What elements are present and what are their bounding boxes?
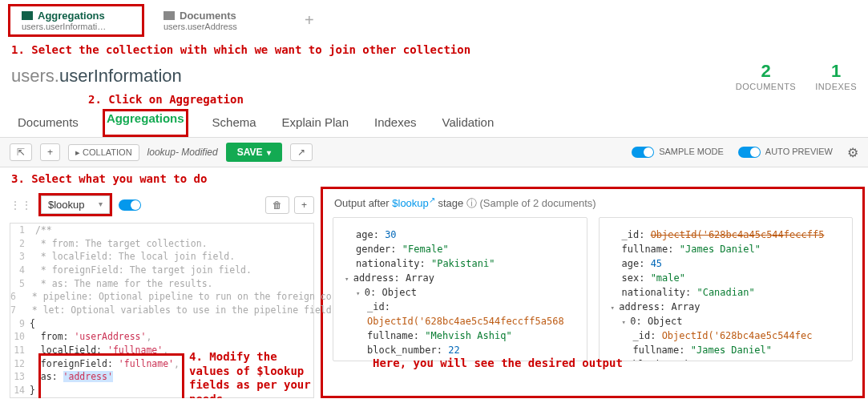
auto-preview-toggle[interactable]: AUTO PREVIEW — [738, 147, 833, 158]
annotation-5: 4. Modify the values of $lookup fields a… — [189, 350, 317, 398]
add-stage-button[interactable]: + — [294, 196, 314, 214]
new-pipeline-button[interactable]: + — [40, 143, 60, 161]
documents-label: DOCUMENTS — [736, 82, 796, 91]
tab-validation[interactable]: Validation — [441, 109, 496, 137]
view-tabs: Documents Aggregations Schema Explain Pl… — [0, 109, 868, 138]
collation-button[interactable]: ▸ COLLATION — [68, 144, 139, 161]
delete-stage-button[interactable]: 🗑 — [265, 196, 289, 214]
output-document-1[interactable]: age: 30 gender: "Female" nationality: "P… — [333, 217, 587, 361]
stage-operator-select[interactable]: $lookup — [41, 195, 110, 214]
file-tab-title: Aggregations — [38, 10, 105, 22]
file-tab-aggregations[interactable]: Aggregations users.userInformati… — [8, 4, 144, 37]
annotation-1: 1. Select the collection with which we w… — [0, 40, 868, 59]
output-document-2[interactable]: _id: ObjectId('628bc4a45c544feccff5 full… — [599, 217, 854, 361]
lookup-docs-link[interactable]: $lookup↗ — [392, 197, 435, 209]
save-button[interactable]: SAVE — [226, 143, 283, 162]
tab-aggregations[interactable]: Aggregations — [105, 105, 186, 133]
folder-icon — [164, 11, 175, 20]
external-link-icon: ↗ — [429, 195, 435, 204]
output-header: Output after $lookup↗ stage ⓘ (Sample of… — [333, 192, 853, 217]
file-tab-subtitle: users.userInformati… — [22, 22, 131, 31]
sample-mode-toggle[interactable]: SAMPLE MODE — [632, 147, 724, 158]
file-tab-title: Documents — [180, 10, 236, 22]
stage-enabled-toggle[interactable] — [119, 199, 141, 211]
file-tabs: Aggregations users.userInformati… Docume… — [0, 0, 868, 40]
tab-explain-plan[interactable]: Explain Plan — [281, 109, 350, 137]
annotation-4: Here, you will see the desired output — [373, 357, 623, 369]
new-tab-button[interactable]: + — [297, 11, 322, 30]
export-button[interactable]: ⇱ — [10, 143, 32, 161]
indexes-stat: 1 INDEXES — [815, 61, 857, 91]
tab-indexes[interactable]: Indexes — [373, 109, 418, 137]
namespace-header: users.userInformation 2 DOCUMENTS 1 INDE… — [0, 59, 868, 93]
file-tab-subtitle: users.userAddress — [164, 22, 277, 31]
documents-count: 2 — [736, 61, 796, 82]
namespace: users.userInformation — [11, 66, 182, 87]
tab-schema[interactable]: Schema — [211, 109, 258, 137]
stage-editor-pane: ⋮⋮ $lookup 🗑 + 1 /** 2 * from: The targe… — [0, 187, 321, 398]
folder-icon — [22, 11, 33, 20]
documents-stat: 2 DOCUMENTS — [736, 61, 796, 91]
export-pipeline-button[interactable]: ↗ — [290, 143, 313, 161]
pipeline-toolbar: ⇱ + ▸ COLLATION lookup- Modified SAVE ↗ … — [0, 138, 868, 167]
pipeline-name: lookup- Modified — [147, 147, 218, 158]
indexes-label: INDEXES — [815, 82, 857, 91]
settings-icon[interactable]: ⚙ — [847, 145, 858, 160]
file-tab-documents[interactable]: Documents users.userAddress — [152, 6, 289, 34]
annotation-3: 3. Select what you want to do — [0, 167, 868, 187]
indexes-count: 1 — [815, 61, 857, 82]
tab-documents[interactable]: Documents — [16, 109, 80, 137]
drag-handle-icon[interactable]: ⋮⋮ — [10, 199, 32, 212]
